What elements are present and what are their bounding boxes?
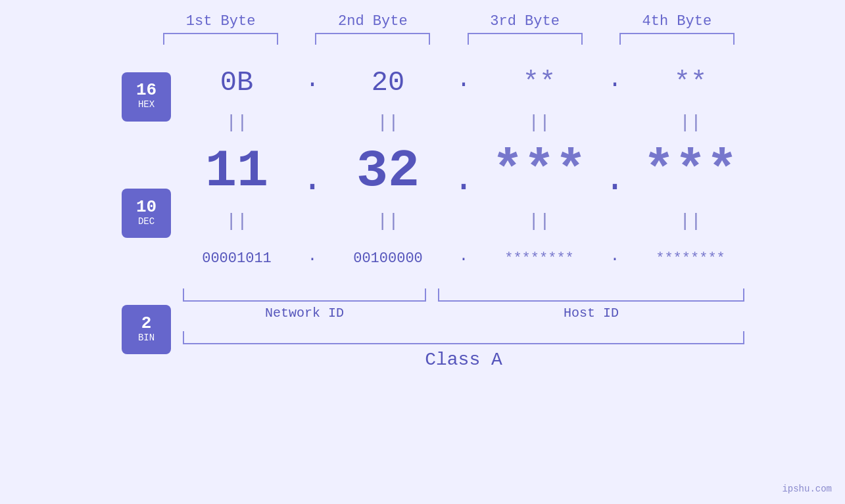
host-id-bracket <box>438 288 744 302</box>
bin-dot2: . <box>454 248 473 269</box>
dec-badge-label: DEC <box>138 216 155 229</box>
hex-row: 0B . 20 . ** . ** <box>171 57 756 109</box>
watermark: ipshu.com <box>782 484 832 494</box>
bin-byte4: ******** <box>625 250 756 267</box>
equals-row-1: || || || || <box>171 109 756 135</box>
content-area: 16 HEX 10 DEC 2 BIN 0B . <box>92 57 753 370</box>
hex-badge-num: 16 <box>136 81 157 99</box>
class-bracket <box>183 331 744 344</box>
id-labels-row: Network ID Host ID <box>183 306 744 321</box>
network-id-label: Network ID <box>183 306 426 321</box>
bin-dot1: . <box>302 248 322 269</box>
host-id-label: Host ID <box>438 306 744 321</box>
main-container: 1st Byte 2nd Byte 3rd Byte 4th Byte 16 H… <box>0 0 845 504</box>
dec-dot2: . <box>454 162 473 201</box>
dec-byte1: 11 <box>171 141 302 201</box>
bracket-byte3 <box>468 33 583 45</box>
hex-dot2: . <box>454 68 473 97</box>
top-brackets <box>92 33 753 45</box>
class-label: Class A <box>183 350 744 370</box>
dec-byte2: 32 <box>322 141 454 201</box>
hex-dot3: . <box>605 68 625 97</box>
bin-byte3: ******** <box>473 250 605 267</box>
hex-byte3: ** <box>473 67 605 99</box>
dec-badge-num: 10 <box>136 198 157 216</box>
hex-badge-label: HEX <box>138 99 155 112</box>
hex-byte4: ** <box>625 67 756 99</box>
dec-dot1: . <box>302 162 322 201</box>
dec-dot3: . <box>605 162 625 201</box>
byte-headers: 1st Byte 2nd Byte 3rd Byte 4th Byte <box>92 0 753 30</box>
dec-badge: 10 DEC <box>122 189 171 238</box>
values-section: 0B . 20 . ** . ** <box>171 57 756 370</box>
equals-row-2: || || || || <box>171 208 756 234</box>
id-section: Network ID Host ID <box>171 288 756 321</box>
hex-byte1: 0B <box>171 67 302 99</box>
hex-badge: 16 HEX <box>122 72 171 122</box>
dec-row: 11 . 32 . *** . *** <box>171 135 756 208</box>
network-id-bracket <box>183 288 426 302</box>
bin-badge-label: BIN <box>138 332 155 345</box>
byte1-header: 1st Byte <box>155 13 287 30</box>
bin-byte2: 00100000 <box>322 250 454 267</box>
byte2-header: 2nd Byte <box>307 13 439 30</box>
dec-byte3: *** <box>473 141 605 201</box>
bin-byte1: 00001011 <box>171 250 302 267</box>
bin-badge: 2 BIN <box>122 305 171 354</box>
bracket-byte4 <box>619 33 735 45</box>
class-section: Class A <box>171 331 756 370</box>
dec-byte4: *** <box>625 141 756 201</box>
id-brackets <box>183 288 744 302</box>
badges-column: 16 HEX 10 DEC 2 BIN <box>122 57 171 370</box>
hex-byte2: 20 <box>322 67 454 99</box>
bracket-byte2 <box>315 33 430 45</box>
bin-badge-num: 2 <box>141 315 152 332</box>
hex-dot1: . <box>302 68 322 97</box>
byte3-header: 3rd Byte <box>459 13 591 30</box>
byte4-header: 4th Byte <box>611 13 742 30</box>
bracket-byte1 <box>163 33 278 45</box>
bin-dot3: . <box>605 248 625 269</box>
bin-row: 00001011 . 00100000 . ******** . <box>171 234 756 283</box>
